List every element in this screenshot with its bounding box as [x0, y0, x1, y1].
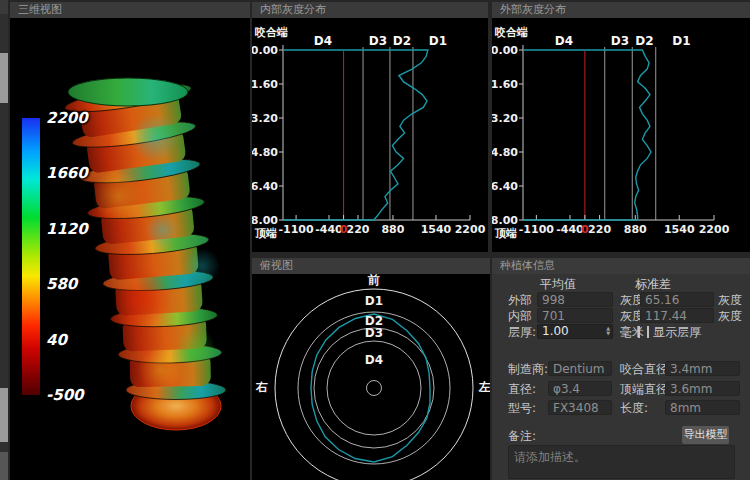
zone-label: D4	[314, 34, 332, 48]
zone-label-d3: D3	[365, 326, 383, 340]
notes-label: 备注:	[508, 429, 536, 443]
color-scale-tick-label: 580	[46, 275, 77, 293]
external-std-field[interactable]	[640, 292, 714, 307]
thickness-divider-bar-icon[interactable]	[638, 326, 640, 338]
color-scale-tick-label: -500	[46, 386, 84, 404]
implant-color-patch	[112, 268, 172, 328]
implant-3d-model[interactable]	[10, 18, 250, 480]
implant-screw	[63, 78, 226, 430]
x-tick-label: 220	[347, 223, 370, 236]
model-field[interactable]	[548, 400, 612, 415]
panel-top-view: 俯视图 前 右 左 D1 D2 D3 D4	[252, 258, 490, 480]
y-tick-label: 8.00	[252, 214, 278, 227]
zone-label-d4: D4	[365, 353, 383, 367]
left-scrollbar-thumb[interactable]	[0, 452, 8, 480]
internal-std-field[interactable]	[640, 308, 714, 323]
stepper-arrows-icon[interactable]: ▲▼	[606, 326, 610, 336]
internal-row-label: 内部	[508, 309, 532, 323]
y-tick-label: 4.80	[252, 146, 278, 159]
internal-distribution-chart: 0.001.603.204.806.408.00-1100-4400220880…	[252, 2, 488, 252]
zone-label: D2	[393, 34, 411, 48]
panel-external-title: 外部灰度分布	[492, 2, 750, 18]
y-tick-label: 0.00	[492, 44, 518, 57]
y-tick-label: 6.40	[492, 180, 518, 193]
implant-color-patch	[131, 114, 179, 162]
show-thickness-toggle[interactable]: 显示层厚	[653, 325, 701, 339]
left-scrollbar	[0, 0, 8, 480]
internal-mean-field[interactable]	[537, 308, 613, 323]
center-hole-circle	[367, 381, 382, 396]
occlusal-end-label: 咬合端	[255, 26, 288, 39]
panel-internal-title: 内部灰度分布	[252, 2, 488, 18]
apex-end-label: 顶端	[494, 227, 517, 240]
front-label: 前	[367, 273, 380, 287]
y-tick-label: 4.80	[492, 146, 518, 159]
x-tick-label: 2200	[699, 223, 730, 236]
length-field[interactable]	[665, 400, 740, 415]
color-scale-tick-label: 2200	[46, 109, 88, 127]
internal-std-unit: 灰度	[718, 309, 742, 323]
apex-end-label: 顶端	[254, 227, 277, 240]
apex-diameter-field[interactable]	[665, 381, 740, 396]
y-tick-label: 3.20	[252, 112, 278, 125]
panel-external-distribution: 外部灰度分布 0.001.603.204.806.408.00-1100-440…	[492, 2, 750, 252]
zone-label: D1	[672, 34, 690, 48]
zone-label: D3	[369, 34, 387, 48]
x-tick-label: 880	[381, 223, 404, 236]
manufacturer-field[interactable]	[548, 361, 612, 376]
right-side-label: 右	[255, 380, 268, 394]
zone-label: D4	[555, 34, 573, 48]
left-side-label: 左	[478, 380, 490, 394]
x-tick-label: 220	[588, 223, 611, 236]
thickness-unit: 毫米	[620, 325, 644, 339]
color-scale-tick-label: 40	[46, 331, 67, 349]
implant-color-patch	[184, 248, 220, 284]
occlusal-diameter-field[interactable]	[665, 361, 740, 376]
zone-label: D2	[635, 34, 653, 48]
external-distribution-chart: 0.001.603.204.806.408.00-1100-4400220880…	[492, 2, 750, 252]
y-tick-label: 3.20	[492, 112, 518, 125]
color-scale-tick-label: 1120	[46, 220, 88, 238]
thickness-divider-bar-icon[interactable]	[647, 326, 649, 338]
panel-top-view-title: 俯视图	[252, 258, 490, 274]
y-tick-label: 0.00	[252, 44, 278, 57]
implant-info-body: 平均值 标准差 外部 灰度 灰度 内部 灰度 灰度 层厚: 1.00 ▲▼ 毫米…	[492, 274, 750, 480]
length-label: 长度:	[620, 401, 648, 415]
notes-textarea[interactable]	[508, 445, 735, 479]
y-tick-label: 6.40	[252, 180, 278, 193]
external-mean-field[interactable]	[537, 292, 613, 307]
x-tick-label: 2200	[455, 223, 486, 236]
occlusal-end-label: 咬合端	[495, 26, 528, 39]
external-std-unit: 灰度	[718, 293, 742, 307]
panel-3d-view-title: 三维视图	[10, 2, 250, 18]
external-row-label: 外部	[508, 293, 532, 307]
zone-label: D3	[611, 34, 629, 48]
color-scale-bar	[22, 118, 40, 395]
implant-color-patch	[138, 348, 182, 392]
mean-column-header: 平均值	[540, 277, 576, 291]
profile-curve	[283, 50, 428, 220]
left-scrollbar-thumb[interactable]	[0, 388, 8, 442]
zone-label: D1	[429, 34, 447, 48]
top-view-diagram: 前 右 左 D1 D2 D3 D4	[252, 258, 490, 480]
diameter-label: 直径:	[508, 382, 536, 396]
left-scrollbar-track-top	[0, 0, 8, 14]
implant-top-cap	[68, 78, 188, 106]
manufacturer-label: 制造商:	[508, 362, 548, 376]
x-tick-label: 1540	[421, 223, 452, 236]
export-model-button[interactable]: 导出模型	[682, 426, 729, 444]
thickness-label: 层厚:	[508, 325, 536, 339]
panel-internal-distribution: 内部灰度分布 0.001.603.204.806.408.00-1100-440…	[252, 2, 488, 252]
left-scrollbar-thumb[interactable]	[0, 53, 8, 103]
implant-color-patch	[176, 328, 216, 368]
thickness-value: 1.00	[542, 324, 569, 338]
color-scale-tick-label: 1660	[46, 164, 88, 182]
panel-3d-view: 三维视图	[10, 2, 250, 480]
x-tick-label: -1100	[278, 223, 314, 236]
x-tick-label: 880	[624, 223, 647, 236]
zone-label-d1: D1	[365, 294, 383, 308]
diameter-field[interactable]	[548, 381, 612, 396]
std-column-header: 标准差	[635, 277, 671, 291]
thickness-stepper[interactable]: 1.00 ▲▼	[537, 324, 613, 339]
y-tick-label: 8.00	[492, 214, 518, 227]
